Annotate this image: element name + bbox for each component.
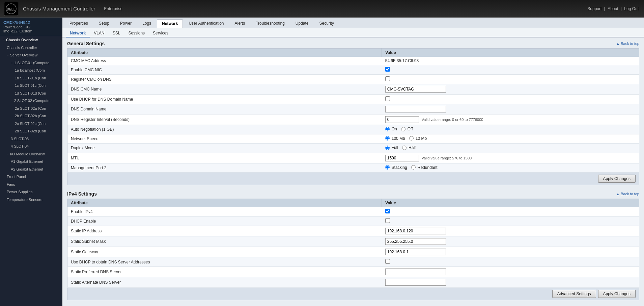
tab-alerts[interactable]: Alerts: [230, 19, 250, 28]
ipv4-back-to-top[interactable]: Back to top: [616, 192, 639, 196]
ipv4-settings-section: IPv4 Settings Back to top Attribute Valu…: [67, 191, 639, 300]
radio-input[interactable]: [401, 127, 405, 131]
sidebar-tree-item[interactable]: A1 Gigabit Ethernet: [0, 158, 62, 165]
table-row: Enable CMC NIC: [67, 65, 639, 75]
tab-setup[interactable]: Setup: [94, 19, 114, 28]
about-link[interactable]: About: [608, 6, 618, 11]
sidebar-tree-item[interactable]: 2d SLOT-02d (Con: [0, 127, 62, 135]
checkbox-input[interactable]: [385, 218, 390, 223]
sidebar-tree-item[interactable]: 1c SLOT-01c (Con: [0, 82, 62, 90]
sidebar-tree-item[interactable]: 2a SLOT-02a (Con: [0, 105, 62, 112]
attribute-cell: Static Gateway: [67, 247, 382, 257]
sub-tab-services[interactable]: Services: [149, 29, 172, 37]
content-area: PropertiesSetupPowerLogsNetworkUser Auth…: [62, 18, 644, 306]
table-row: DHCP Enable: [67, 216, 639, 226]
text-input-range[interactable]: [385, 155, 419, 161]
radio-input[interactable]: [385, 146, 390, 150]
value-cell: [382, 277, 639, 288]
text-input[interactable]: [385, 106, 446, 112]
valid-range-text: Valid value range: 576 to 1500: [422, 156, 472, 160]
checkbox-input[interactable]: [385, 209, 390, 213]
sidebar-tree-item[interactable]: Temperature Sensors: [0, 196, 62, 204]
sidebar-tree-item[interactable]: Chassis Controller: [0, 44, 62, 52]
text-input[interactable]: [385, 86, 446, 93]
sidebar-tree-item[interactable]: 2b SLOT-02b (Con: [0, 112, 62, 120]
sidebar-tree-item[interactable]: −2 SLOT-02 (Compute: [0, 97, 62, 105]
value-cell: [382, 216, 639, 226]
attribute-cell: DHCP Enable: [67, 216, 382, 226]
sidebar-tree-item[interactable]: 2c SLOT-02c (Con: [0, 120, 62, 128]
radio-label[interactable]: 10 Mb: [409, 136, 427, 141]
attribute-cell: Static IP Address: [67, 226, 382, 236]
radio-label[interactable]: Redundant: [411, 165, 438, 170]
radio-label[interactable]: Off: [401, 127, 413, 131]
radio-input[interactable]: [385, 136, 390, 141]
checkbox-input[interactable]: [385, 96, 390, 101]
text-input[interactable]: [385, 249, 446, 255]
sub-tab-vlan[interactable]: VLAN: [90, 29, 108, 37]
sidebar-tree-item[interactable]: Fans: [0, 181, 62, 188]
radio-input[interactable]: [409, 136, 414, 141]
tab-logs[interactable]: Logs: [137, 19, 156, 28]
general-back-to-top[interactable]: Back to top: [616, 42, 639, 46]
tab-power[interactable]: Power: [115, 19, 137, 28]
sub-tab-network[interactable]: Network: [66, 29, 90, 37]
sidebar-tree-item[interactable]: 1a localhost (Com: [0, 67, 62, 74]
text-input[interactable]: [385, 279, 446, 286]
sidebar-tree-item[interactable]: −Chassis Overview: [0, 36, 62, 44]
sidebar-tree-item[interactable]: 1d SLOT-01d (Con: [0, 90, 62, 97]
text-input-range[interactable]: [385, 116, 419, 123]
radio-label[interactable]: 100 Mb: [385, 136, 405, 141]
ipv4-apply-button[interactable]: Apply Changes: [598, 290, 636, 298]
table-row: Use DHCP to obtain DNS Server Addresses: [67, 257, 639, 267]
value-cell: OnOff: [382, 125, 639, 134]
general-apply-button[interactable]: Apply Changes: [598, 175, 636, 183]
sidebar-tree-item[interactable]: 3 SLOT-03: [0, 135, 62, 143]
sub-tab-sessions[interactable]: Sessions: [124, 29, 149, 37]
tab-security[interactable]: Security: [314, 19, 339, 28]
radio-input[interactable]: [385, 127, 390, 131]
sidebar-tree-item[interactable]: −Server Overview: [0, 51, 62, 59]
checkbox-input[interactable]: [385, 67, 390, 72]
radio-input[interactable]: [385, 165, 390, 170]
radio-input[interactable]: [402, 146, 407, 150]
text-input[interactable]: [385, 238, 446, 245]
col-value: Value: [382, 49, 639, 57]
attribute-cell: CMC MAC Address: [67, 57, 382, 65]
tab-update[interactable]: Update: [290, 19, 314, 28]
general-settings-body: CMC MAC Address54:9F:35:17:C6:98Enable C…: [67, 57, 639, 173]
radio-label[interactable]: Full: [385, 145, 398, 150]
checkbox-input[interactable]: [385, 76, 390, 81]
ipv4-settings-header: IPv4 Settings Back to top: [67, 191, 639, 197]
radio-input[interactable]: [411, 165, 416, 170]
checkbox-input[interactable]: [385, 259, 390, 264]
sidebar-tree-item[interactable]: −1 SLOT-01 (Compute: [0, 59, 62, 67]
sidebar-tree-item[interactable]: Front Panel: [0, 173, 62, 181]
radio-label[interactable]: Half: [402, 145, 416, 150]
text-input[interactable]: [385, 228, 446, 234]
sidebar-tree-item[interactable]: Power Supplies: [0, 188, 62, 196]
radio-label[interactable]: On: [385, 127, 397, 131]
text-input[interactable]: [385, 269, 446, 275]
attribute-cell: Static Alternate DNS Server: [67, 277, 382, 288]
sub-tab-ssl[interactable]: SSL: [109, 29, 124, 37]
sidebar-tree-item[interactable]: 4 SLOT-04: [0, 143, 62, 150]
attribute-cell: Network Speed: [67, 134, 382, 144]
tab-properties[interactable]: Properties: [64, 19, 93, 28]
ipv4-advanced-button[interactable]: Advanced Settings: [552, 290, 596, 298]
tab-network[interactable]: Network: [157, 19, 183, 28]
sidebar-tree-item[interactable]: −I/O Module Overview: [0, 150, 62, 158]
support-link[interactable]: Support: [587, 6, 601, 11]
general-settings-header: General Settings Back to top: [67, 41, 639, 46]
attribute-cell: DNS CMC Name: [67, 84, 382, 95]
sidebar-tree-item[interactable]: A2 Gigabit Ethernet: [0, 165, 62, 173]
value-cell: [382, 65, 639, 75]
logout-link[interactable]: Log Out: [624, 6, 639, 11]
value-cell: 54:9F:35:17:C6:98: [382, 57, 639, 65]
sidebar-tree-item[interactable]: 1b SLOT-01b (Con: [0, 74, 62, 82]
radio-group: StackingRedundant: [385, 165, 438, 170]
radio-label[interactable]: Stacking: [385, 165, 407, 170]
attribute-cell: DNS Domain Name: [67, 104, 382, 114]
tab-troubleshooting[interactable]: Troubleshooting: [251, 19, 290, 28]
tab-user-authentication[interactable]: User Authentication: [184, 19, 229, 28]
